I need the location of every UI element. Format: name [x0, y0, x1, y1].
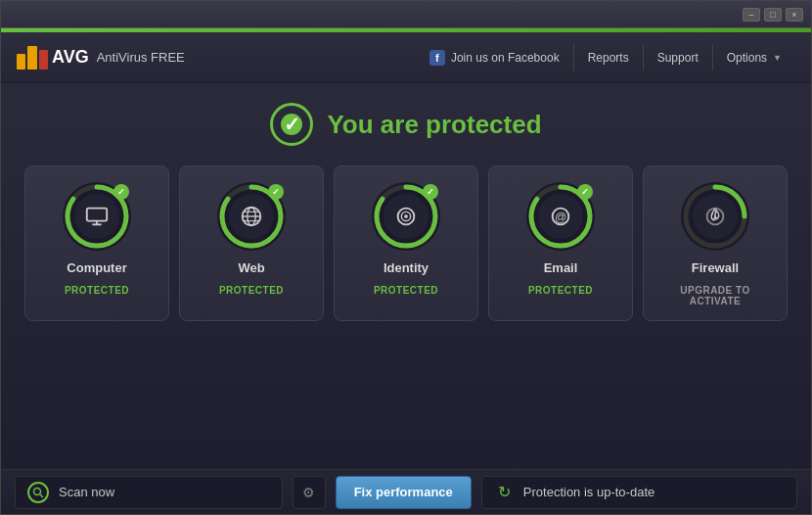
maximize-button[interactable]: □: [764, 8, 782, 22]
svg-line-25: [40, 494, 43, 497]
support-label: Support: [657, 51, 699, 65]
logo-area: AVG AntiVirus FREE: [17, 46, 416, 70]
scan-label: Scan now: [59, 485, 114, 499]
module-name: Computer: [67, 260, 126, 275]
reports-label: Reports: [588, 51, 629, 65]
logo-text: AVG: [52, 47, 89, 68]
scan-svg: [32, 487, 44, 498]
module-card-identity[interactable]: ✓ Identity PROTECTED: [334, 165, 478, 321]
checkmark-icon: ✓: [284, 115, 300, 134]
module-status: PROTECTED: [374, 285, 438, 296]
update-area[interactable]: ↻ Protection is up-to-date: [481, 476, 797, 509]
facebook-icon: f: [429, 50, 445, 66]
module-icon-container: ✓: [217, 182, 286, 251]
bottom-bar: Scan now ⚙ Fix performance ↻ Protection …: [1, 469, 811, 514]
module-status: PROTECTED: [528, 285, 593, 296]
module-name: Identity: [383, 260, 429, 275]
module-check-badge: ✓: [113, 184, 129, 200]
module-check-badge: ✓: [423, 184, 438, 200]
svg-point-24: [34, 488, 41, 494]
refresh-icon: ↻: [494, 482, 516, 503]
options-nav-item[interactable]: Options ▼: [713, 45, 795, 70]
module-name: Firewall: [692, 260, 739, 275]
module-card-web[interactable]: ✓ Web PROTECTED: [179, 165, 324, 321]
window-controls: – □ ×: [743, 8, 803, 22]
module-icon-container: [681, 182, 749, 251]
module-icon-inner: [693, 194, 738, 239]
options-arrow-icon: ▼: [773, 53, 782, 63]
module-status: PROTECTED: [65, 285, 129, 296]
reports-nav-item[interactable]: Reports: [574, 45, 644, 70]
fix-performance-button[interactable]: Fix performance: [336, 476, 472, 509]
module-icon-inner: [74, 194, 119, 239]
logo-subtext: AntiVirus FREE: [97, 50, 185, 65]
scan-button[interactable]: Scan now: [15, 476, 283, 509]
module-card-email[interactable]: @ ✓ Email PROTECTED: [488, 165, 633, 321]
svg-text:@: @: [555, 211, 566, 224]
support-nav-item[interactable]: Support: [644, 45, 713, 70]
close-button[interactable]: ×: [786, 8, 803, 22]
avg-logo: AVG AntiVirus FREE: [17, 46, 185, 70]
gear-icon: ⚙: [302, 485, 315, 500]
module-status: PROTECTED: [219, 285, 284, 296]
svg-rect-2: [87, 209, 107, 221]
module-card-firewall[interactable]: Firewall UPGRADE TO ACTIVATE: [643, 165, 788, 321]
svg-point-16: [404, 214, 408, 218]
status-check-icon: ✓: [270, 103, 313, 146]
status-area: ✓ You are protected: [24, 103, 788, 146]
module-name: Web: [238, 260, 264, 275]
facebook-label: Join us on Facebook: [451, 51, 560, 65]
module-icon-container: ✓: [372, 182, 440, 251]
module-name: Email: [544, 260, 578, 275]
main-content: ✓ You are protected ✓ Computer PROTECTED: [1, 83, 811, 469]
module-status: UPGRADE TO ACTIVATE: [654, 285, 777, 306]
options-label: Options: [727, 51, 767, 65]
title-bar: – □ ×: [1, 1, 811, 28]
status-text: You are protected: [327, 110, 541, 140]
main-window: – □ × AVG AntiVirus FREE f Join us on Fa…: [0, 0, 812, 515]
minimize-button[interactable]: –: [743, 8, 760, 22]
header: AVG AntiVirus FREE f Join us on Facebook…: [1, 32, 811, 83]
modules-area: ✓ Computer PROTECTED ✓ Web PROTECTED: [24, 165, 788, 321]
module-icon-inner: [229, 194, 274, 239]
update-label: Protection is up-to-date: [523, 485, 654, 499]
module-icon-container: @ ✓: [526, 182, 595, 251]
module-icon-inner: [383, 194, 429, 239]
module-ring: [681, 182, 749, 251]
module-check-badge: ✓: [268, 184, 284, 200]
scan-icon: [27, 482, 49, 503]
facebook-nav-item[interactable]: f Join us on Facebook: [416, 44, 574, 71]
logo-icon: [17, 46, 48, 70]
module-icon-inner: @: [538, 194, 583, 239]
module-icon-container: ✓: [63, 182, 131, 251]
settings-button[interactable]: ⚙: [293, 476, 326, 509]
header-nav: f Join us on Facebook Reports Support Op…: [416, 44, 795, 71]
module-check-badge: ✓: [577, 184, 593, 200]
module-card-computer[interactable]: ✓ Computer PROTECTED: [24, 165, 169, 321]
